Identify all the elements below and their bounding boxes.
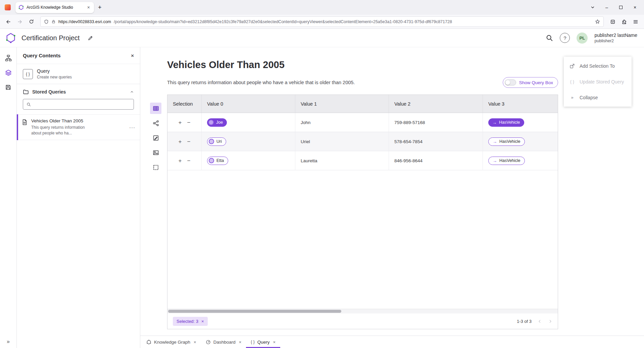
view-toolbar <box>149 103 162 329</box>
close-panel-icon[interactable]: × <box>131 53 134 58</box>
user-info[interactable]: publisher2 lastName publisher2 <box>594 32 639 44</box>
relationship-arrow-icon: → <box>493 139 497 144</box>
relationship-arrow-icon: → <box>492 120 497 125</box>
expand-rail-icon[interactable]: » <box>7 339 10 345</box>
layers-icon[interactable] <box>5 69 12 76</box>
column-header: Value 2 <box>389 95 483 113</box>
browser-nav-bar: https://dev0028833.esri.com /portal/apps… <box>0 15 644 29</box>
tab-label: Dashboard <box>213 340 236 345</box>
relationship-arrow-icon: → <box>493 159 497 163</box>
horizontal-scrollbar[interactable] <box>167 309 558 313</box>
list-all-tabs-icon[interactable] <box>586 0 600 15</box>
relationship-pill[interactable]: → HasVehicle <box>488 157 525 165</box>
tab-close-icon[interactable]: × <box>86 5 91 10</box>
lock-icon[interactable] <box>51 19 56 24</box>
entity-label: Etta <box>216 158 224 163</box>
save-icon[interactable] <box>5 84 11 91</box>
remove-from-selection-button[interactable]: − <box>187 158 191 164</box>
menu-item-collapse[interactable]: » Collapse <box>564 90 632 105</box>
firefox-icon[interactable] <box>5 4 11 10</box>
edit-title-icon[interactable] <box>88 35 93 41</box>
scrollbar-thumb[interactable] <box>168 310 341 313</box>
search-icon[interactable] <box>546 34 553 42</box>
relationship-pill[interactable]: → HasVehicle <box>488 137 525 146</box>
data-model-icon[interactable] <box>5 55 12 61</box>
collapse-icon: » <box>569 95 575 100</box>
close-tab-icon[interactable]: × <box>273 340 276 345</box>
minimize-button[interactable]: – <box>600 0 614 15</box>
close-tab-icon[interactable]: × <box>239 340 242 345</box>
stored-queries-search[interactable] <box>23 99 134 110</box>
previous-page-icon[interactable] <box>538 319 542 324</box>
results-table: Selection Value 0 Value 1 Value 2 Value … <box>167 95 558 329</box>
relationship-label: HasVehicle <box>499 158 521 163</box>
url-bar[interactable]: https://dev0028833.esri.com /portal/apps… <box>40 16 604 27</box>
table-view-icon[interactable] <box>150 103 161 114</box>
back-button[interactable] <box>3 17 13 27</box>
tracking-shield-icon[interactable] <box>44 19 49 24</box>
toggle-switch[interactable] <box>505 79 516 85</box>
tab-label: Knowledge Graph <box>154 340 190 345</box>
show-query-box-toggle[interactable]: Show Query Box <box>503 77 558 88</box>
edit-view-icon[interactable] <box>150 132 161 143</box>
column-header: Value 3 <box>483 95 558 113</box>
next-page-icon[interactable] <box>548 319 552 324</box>
new-tab-button[interactable]: + <box>94 3 106 12</box>
link-chart-icon[interactable] <box>150 117 161 129</box>
selected-count-chip[interactable]: Selected: 3 × <box>173 317 208 326</box>
entity-dot-icon <box>209 139 214 144</box>
search-input[interactable] <box>34 102 130 107</box>
add-to-selection-button[interactable]: + <box>179 158 182 164</box>
add-to-selection-button[interactable]: + <box>179 120 182 125</box>
tab-dashboard[interactable]: Dashboard × <box>201 336 246 348</box>
clear-selection-icon[interactable]: × <box>201 319 204 324</box>
close-tab-icon[interactable]: × <box>194 340 196 345</box>
cell-value: 846-956-8644 <box>389 151 483 170</box>
relationship-pill[interactable]: → HasVehicle <box>488 118 524 127</box>
browser-tab[interactable]: ArcGIS Knowledge Studio × <box>15 2 94 13</box>
remove-from-selection-button[interactable]: − <box>187 139 191 144</box>
stored-query-title: Vehicles Older Than 2005 <box>31 118 95 123</box>
column-header: Value 1 <box>295 95 389 113</box>
entity-pill[interactable]: Etta <box>207 157 228 165</box>
more-options-icon[interactable]: ··· <box>129 124 135 130</box>
braces-icon: { } <box>23 69 33 79</box>
remove-from-selection-button[interactable]: − <box>187 120 191 125</box>
help-icon[interactable]: ? <box>560 33 570 43</box>
table-row[interactable]: + − Joe John 759-889-57168 <box>167 113 558 132</box>
menu-item-add-selection-to[interactable]: Add Selection To <box>564 58 632 74</box>
menu-item-label: Add Selection To <box>580 63 615 69</box>
refresh-button[interactable] <box>26 17 36 27</box>
map-view-icon[interactable] <box>150 147 161 158</box>
extensions-icon[interactable] <box>619 17 629 27</box>
tab-label: Query <box>257 340 270 345</box>
pocket-icon[interactable] <box>608 17 618 27</box>
query-item-title: Query <box>37 68 72 74</box>
entity-pill[interactable]: Uri <box>207 137 226 146</box>
stored-queries-header[interactable]: Stored Queries <box>17 84 140 98</box>
entity-pill[interactable]: Joe <box>207 118 227 127</box>
bookmark-star-icon[interactable] <box>595 19 600 24</box>
menu-item-label: Collapse <box>580 95 598 100</box>
tab-knowledge-graph[interactable]: Knowledge Graph × <box>142 336 201 348</box>
new-query-item[interactable]: { } Query Create new queries <box>17 64 140 84</box>
table-row[interactable]: + − Etta Lauretta 846-956-8644 <box>167 151 558 170</box>
entity-dot-icon <box>208 120 214 125</box>
screen: ArcGIS Knowledge Studio × + – × <box>0 0 644 348</box>
maximize-button[interactable] <box>614 0 628 15</box>
forward-button[interactable] <box>15 17 25 27</box>
close-window-button[interactable]: × <box>628 0 642 15</box>
right-column: Vehicles Older Than 2005 This query retu… <box>140 47 644 348</box>
knowledge-graph-icon <box>146 340 151 345</box>
add-to-selection-button[interactable]: + <box>179 139 182 144</box>
tab-query[interactable]: { } Query × <box>246 336 280 348</box>
collapse-section-icon[interactable] <box>130 90 134 94</box>
table-row[interactable]: + − Uri Uriel 578-654-7854 <box>167 132 558 151</box>
menu-hamburger-icon[interactable] <box>631 17 641 27</box>
stored-query-item[interactable]: Vehicles Older Than 2005 This query retu… <box>17 114 140 140</box>
browser-tab-title: ArcGIS Knowledge Studio <box>27 5 84 10</box>
user-avatar[interactable]: PL <box>577 33 588 44</box>
query-contents-panel: Query Contents × { } Query Create new qu… <box>17 47 140 348</box>
marquee-select-icon[interactable] <box>150 162 161 173</box>
query-item-subtitle: Create new queries <box>37 75 72 79</box>
